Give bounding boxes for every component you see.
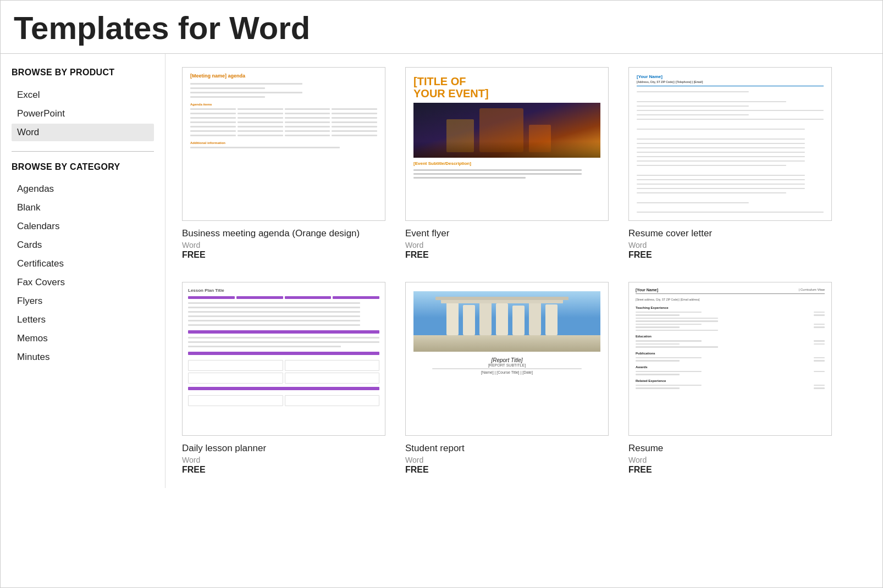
template-thumb-student-report: [Report Title] [REPORT SUBTITLE] [Name] … <box>405 282 609 436</box>
template-product-daily-lesson-planner: Word <box>182 456 385 464</box>
sidebar-item-cards[interactable]: Cards <box>12 236 154 254</box>
template-title-student-report: Student report <box>405 442 609 454</box>
template-thumb-event-flyer: [TITLE OFYOUR EVENT] <box>405 67 609 221</box>
svg-rect-2 <box>479 108 523 152</box>
browse-by-product-heading: BROWSE BY PRODUCT <box>12 67 154 79</box>
template-thumb-resume: [Your Name] | Curriculum Vitae [Street a… <box>628 282 832 436</box>
browse-by-category-heading: BROWSE BY CATEGORY <box>12 162 154 173</box>
sidebar-item-minutes[interactable]: Minutes <box>12 348 154 366</box>
template-title-resume-cover-letter: Resume cover letter <box>628 228 832 240</box>
resume-preview: [Your Name] | Curriculum Vitae [Street a… <box>629 282 831 435</box>
svg-rect-5 <box>413 335 600 352</box>
template-title-resume: Resume <box>628 442 832 454</box>
svg-rect-1 <box>446 119 474 152</box>
sidebar-item-certificates[interactable]: Certificates <box>12 255 154 273</box>
template-thumb-resume-cover-letter: [Your Name][Address, City, ST ZIP Code] … <box>628 67 832 221</box>
template-card-daily-lesson-planner[interactable]: Lesson Plan Title <box>182 282 385 475</box>
template-product-resume-cover-letter: Word <box>628 241 832 249</box>
cover-preview: [Your Name][Address, City, ST ZIP Code] … <box>629 68 831 220</box>
report-preview: [Report Title] [REPORT SUBTITLE] [Name] … <box>406 282 608 435</box>
template-product-event-flyer: Word <box>405 241 609 249</box>
template-price-resume-cover-letter: FREE <box>628 250 832 260</box>
template-product-student-report: Word <box>405 456 609 464</box>
svg-rect-14 <box>435 297 569 300</box>
template-thumb-daily-lesson-planner: Lesson Plan Title <box>182 282 385 436</box>
page-wrapper: Templates for Word BROWSE BY PRODUCT Exc… <box>0 0 883 588</box>
template-title-business-meeting-agenda: Business meeting agenda (Orange design) <box>182 228 385 240</box>
template-card-resume-cover-letter[interactable]: [Your Name][Address, City, ST ZIP Code] … <box>628 67 832 260</box>
template-thumb-business-meeting-agenda: [Meeting name] agenda Agenda items <box>182 67 385 221</box>
sidebar-item-memos[interactable]: Memos <box>12 330 154 347</box>
sidebar-item-fax-covers[interactable]: Fax Covers <box>12 274 154 291</box>
template-price-daily-lesson-planner: FREE <box>182 465 385 475</box>
event-preview: [TITLE OFYOUR EVENT] <box>406 68 608 220</box>
template-card-business-meeting-agenda[interactable]: [Meeting name] agenda Agenda items <box>182 67 385 260</box>
template-product-business-meeting-agenda: Word <box>182 241 385 249</box>
template-price-resume: FREE <box>628 465 832 475</box>
agenda-preview: [Meeting name] agenda Agenda items <box>183 68 385 220</box>
template-title-event-flyer: Event flyer <box>405 228 609 240</box>
template-title-daily-lesson-planner: Daily lesson planner <box>182 442 385 454</box>
template-card-student-report[interactable]: [Report Title] [REPORT SUBTITLE] [Name] … <box>405 282 609 475</box>
sidebar-item-flyers[interactable]: Flyers <box>12 292 154 310</box>
svg-rect-11 <box>529 302 541 335</box>
template-product-resume: Word <box>628 456 832 464</box>
sidebar-item-powerpoint[interactable]: PowerPoint <box>12 105 154 123</box>
template-card-event-flyer[interactable]: [TITLE OFYOUR EVENT] <box>405 67 609 260</box>
svg-rect-8 <box>479 301 492 335</box>
sidebar-item-calendars[interactable]: Calendars <box>12 218 154 235</box>
sidebar-item-excel[interactable]: Excel <box>12 86 154 104</box>
template-price-student-report: FREE <box>405 465 609 475</box>
sidebar-divider <box>12 151 154 152</box>
template-price-business-meeting-agenda: FREE <box>182 250 385 260</box>
sidebar-item-agendas[interactable]: Agendas <box>12 180 154 198</box>
report-image <box>413 291 600 352</box>
sidebar-item-word[interactable]: Word <box>12 124 154 141</box>
sidebar-item-blank[interactable]: Blank <box>12 199 154 217</box>
page-title: Templates for Word <box>1 1 882 54</box>
svg-rect-10 <box>512 306 525 335</box>
svg-rect-6 <box>446 302 459 335</box>
event-image <box>413 103 600 158</box>
content-area: [Meeting name] agenda Agenda items <box>165 54 882 488</box>
template-row-1: [Meeting name] agenda Agenda items <box>182 67 866 260</box>
svg-rect-7 <box>463 305 475 335</box>
svg-rect-9 <box>496 303 508 335</box>
template-price-event-flyer: FREE <box>405 250 609 260</box>
svg-rect-12 <box>545 304 558 335</box>
lesson-preview: Lesson Plan Title <box>183 282 385 435</box>
template-card-resume[interactable]: [Your Name] | Curriculum Vitae [Street a… <box>628 282 832 475</box>
sidebar-item-letters[interactable]: Letters <box>12 311 154 329</box>
svg-rect-3 <box>529 125 551 152</box>
main-layout: BROWSE BY PRODUCT Excel PowerPoint Word … <box>1 54 882 488</box>
template-row-2: Lesson Plan Title <box>182 282 866 475</box>
sidebar: BROWSE BY PRODUCT Excel PowerPoint Word … <box>1 54 165 488</box>
